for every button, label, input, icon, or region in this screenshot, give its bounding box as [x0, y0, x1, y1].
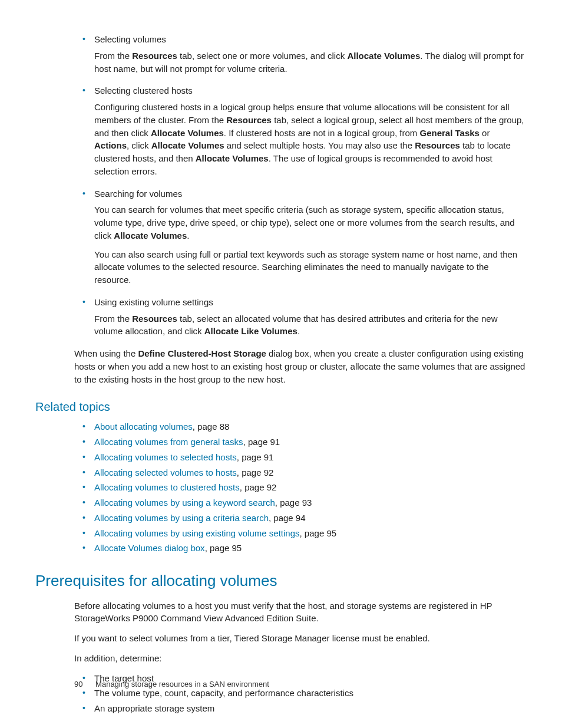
section-heading: Prerequisites for allocating volumes	[35, 570, 527, 592]
closing-paragraph: When using the Define Clustered-Host Sto…	[74, 347, 527, 386]
related-topics-list: About allocating volumes, page 88Allocat…	[74, 420, 527, 555]
page-content: Selecting volumesFrom the Resources tab,…	[35, 33, 527, 715]
related-topic-item: Allocating volumes by using a criteria s…	[82, 512, 527, 525]
related-topic-item: Allocate Volumes dialog box, page 95	[82, 542, 527, 555]
related-topic-item: Allocating volumes from general tasks, p…	[82, 436, 527, 449]
list-item-paragraph: You can search for volumes that meet spe…	[94, 203, 527, 242]
related-topic-item: Allocating volumes by using existing vol…	[82, 527, 527, 540]
related-topic-link[interactable]: Allocating volumes from general tasks	[94, 437, 243, 447]
related-topic-link[interactable]: Allocating volumes by using a criteria s…	[94, 513, 269, 523]
prereq-paragraph: In addition, determine:	[74, 652, 527, 665]
list-item-title: Selecting clustered hosts	[94, 84, 527, 97]
related-topic-item: Allocating volumes to selected hosts, pa…	[82, 451, 527, 464]
related-topic-link[interactable]: Allocating volumes to clustered hosts	[94, 482, 240, 492]
list-item-paragraph: From the Resources tab, select an alloca…	[94, 312, 527, 338]
list-item: Using existing volume settingsFrom the R…	[82, 296, 527, 338]
list-item: Selecting volumesFrom the Resources tab,…	[82, 33, 527, 75]
list-item-paragraph: You can also search using full or partia…	[94, 248, 527, 286]
related-topic-link[interactable]: Allocating volumes by using a keyword se…	[94, 498, 275, 508]
related-topic-item: About allocating volumes, page 88	[82, 420, 527, 433]
prereq-paragraph: If you want to select volumes from a tie…	[74, 632, 527, 645]
prereq-item: An appropriate storage system	[82, 702, 527, 715]
page-footer: 90 Managing storage resources in a SAN e…	[74, 679, 269, 690]
related-topic-item: Allocating volumes to clustered hosts, p…	[82, 481, 527, 494]
related-topic-link[interactable]: Allocate Volumes dialog box	[94, 543, 205, 553]
related-topic-link[interactable]: Allocating volumes to selected hosts	[94, 452, 237, 462]
list-item-paragraph: Configuring clustered hosts in a logical…	[94, 101, 527, 178]
list-item-title: Using existing volume settings	[94, 296, 527, 309]
related-topic-link[interactable]: Allocating volumes by using existing vol…	[94, 528, 300, 538]
primary-bullet-list: Selecting volumesFrom the Resources tab,…	[74, 33, 527, 338]
list-item-paragraph: From the Resources tab, select one or mo…	[94, 50, 527, 75]
list-item: Searching for volumesYou can search for …	[82, 187, 527, 286]
related-topic-item: Allocating selected volumes to hosts, pa…	[82, 466, 527, 479]
list-item: Selecting clustered hostsConfiguring clu…	[82, 84, 527, 177]
related-topic-link[interactable]: Allocating selected volumes to hosts	[94, 467, 237, 477]
footer-title: Managing storage resources in a SAN envi…	[95, 680, 269, 689]
related-topic-link[interactable]: About allocating volumes	[94, 421, 193, 431]
page-number: 90	[74, 680, 82, 689]
prereq-paragraph: Before allocating volumes to a host you …	[74, 599, 527, 625]
related-topic-item: Allocating volumes by using a keyword se…	[82, 496, 527, 509]
list-item-title: Searching for volumes	[94, 187, 527, 200]
related-topics-heading: Related topics	[35, 398, 527, 416]
prereq-bullet-list: The target hostThe volume type, count, c…	[74, 672, 527, 715]
list-item-title: Selecting volumes	[94, 33, 527, 46]
